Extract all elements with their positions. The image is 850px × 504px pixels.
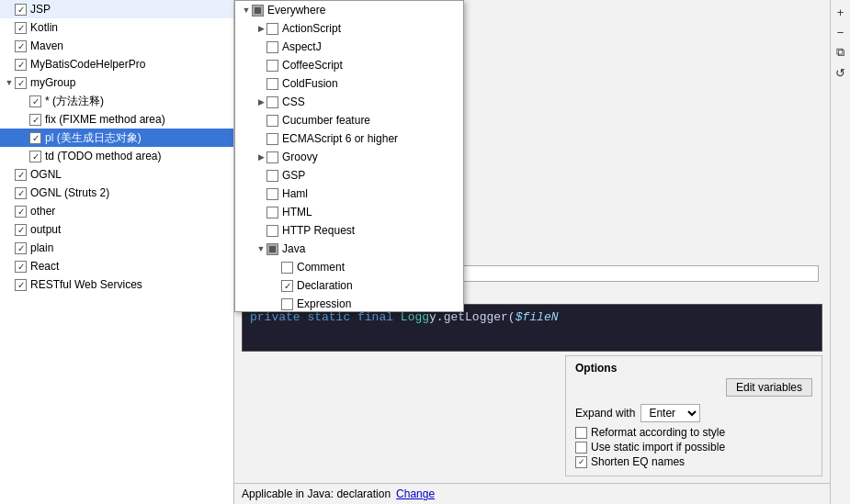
tree-item-mygroup-td[interactable]: td (TODO method area)	[0, 147, 233, 165]
remove-button[interactable]: −	[833, 24, 849, 40]
dd-checkbox-gsp[interactable]	[266, 170, 278, 182]
checkbox-mygroup-fix[interactable]	[29, 114, 41, 126]
checkbox-mygroup-td[interactable]	[29, 151, 41, 162]
tree-item-other[interactable]: other	[0, 202, 233, 220]
template-tree[interactable]: JSPKotlinMavenMyBatisCodeHelperPro▼myGro…	[0, 0, 234, 504]
dd-item-aspectj[interactable]: AspectJ	[235, 38, 463, 56]
arrow-down-icon: ▼	[255, 243, 266, 254]
checkbox-ognl2[interactable]	[15, 187, 27, 199]
dd-item-java[interactable]: ▼Java	[235, 240, 463, 258]
dd-checkbox-java-expression[interactable]	[281, 298, 293, 310]
dd-item-coldfusion[interactable]: ColdFusion	[235, 74, 463, 93]
change-link[interactable]: Change	[396, 487, 435, 500]
tree-item-mygroup-fix[interactable]: fix (FIXME method area)	[0, 110, 233, 129]
option-checkbox-staticimport[interactable]	[575, 442, 587, 454]
checkbox-mygroup-pl[interactable]	[29, 132, 41, 144]
checkbox-kotlin[interactable]	[15, 22, 27, 34]
context-dropdown[interactable]: ▼Everywhere▶ActionScriptAspectJCoffeeScr…	[234, 0, 464, 312]
dd-item-java-comment[interactable]: Comment	[235, 258, 463, 276]
checkbox-output[interactable]	[15, 224, 27, 236]
tree-item-ognl[interactable]: OGNL	[0, 165, 233, 184]
dd-item-java-expression[interactable]: Expression	[235, 295, 463, 312]
arrow-down-icon: ▼	[241, 5, 252, 16]
tree-item-restful[interactable]: RESTful Web Services	[0, 275, 233, 294]
dd-label-ecmascript: ECMAScript 6 or higher	[282, 132, 398, 145]
expand-with-select[interactable]: Enter Tab Space	[640, 404, 700, 422]
tree-label-jsp: JSP	[30, 3, 51, 16]
tree-label-mybatis: MyBatisCodeHelperPro	[30, 58, 145, 71]
dd-item-haml[interactable]: Haml	[235, 185, 463, 203]
dd-item-groovy[interactable]: ▶Groovy	[235, 148, 463, 166]
dd-checkbox-html[interactable]	[266, 207, 278, 218]
checkbox-mygroup[interactable]	[15, 77, 27, 89]
tree-label-restful: RESTful Web Services	[30, 278, 142, 291]
checkbox-mygroup-star[interactable]	[29, 95, 41, 107]
dd-checkbox-ecmascript[interactable]	[266, 133, 278, 145]
dd-checkbox-aspectj[interactable]	[266, 41, 278, 53]
dd-item-everywhere[interactable]: ▼Everywhere	[235, 1, 463, 19]
option-checkbox-shorteneq[interactable]	[575, 456, 587, 468]
dd-item-cucumber[interactable]: Cucumber feature	[235, 111, 463, 129]
tree-label-ognl: OGNL	[30, 168, 62, 181]
dd-label-groovy: Groovy	[282, 151, 318, 163]
checkbox-other[interactable]	[15, 206, 27, 218]
dd-checkbox-cucumber[interactable]	[266, 115, 278, 127]
dd-checkbox-groovy[interactable]	[266, 151, 278, 163]
dd-label-html: HTML	[282, 206, 312, 218]
applicable-row: Applicable in Java: declaration Change	[234, 483, 830, 504]
dd-item-actionscript[interactable]: ▶ActionScript	[235, 19, 463, 38]
tree-item-mygroup[interactable]: ▼myGroup	[0, 73, 233, 92]
dd-checkbox-coffeescript[interactable]	[266, 60, 278, 72]
tree-item-mygroup-pl[interactable]: pl (美生成日志对象)	[0, 129, 233, 147]
option-row-reformat: Reformat according to style	[575, 426, 812, 439]
checkbox-restful[interactable]	[15, 279, 27, 291]
option-checkbox-reformat[interactable]	[575, 427, 587, 439]
tree-label-kotlin: Kotlin	[30, 21, 58, 34]
tree-label-maven: Maven	[30, 39, 63, 52]
dd-label-java-declaration: Declaration	[297, 279, 353, 292]
dd-checkbox-partial-everywhere[interactable]	[252, 5, 264, 17]
dd-checkbox-haml[interactable]	[266, 188, 278, 200]
dd-item-gsp[interactable]: GSP	[235, 166, 463, 185]
tree-item-output[interactable]: output	[0, 220, 233, 239]
dd-item-coffeescript[interactable]: CoffeeScript	[235, 56, 463, 74]
dd-item-html[interactable]: HTML	[235, 203, 463, 221]
code-method-call: y.getLogger(	[429, 310, 516, 324]
tree-item-maven[interactable]: Maven	[0, 37, 233, 55]
applicable-label: Applicable in Java: declaration	[242, 487, 391, 500]
dd-checkbox-java-comment[interactable]	[281, 262, 293, 274]
checkbox-react[interactable]	[15, 261, 27, 273]
dd-checkbox-java-declaration[interactable]	[281, 280, 293, 292]
dd-label-cucumber: Cucumber feature	[282, 114, 370, 127]
dd-checkbox-actionscript[interactable]	[266, 23, 278, 35]
tree-item-ognl2[interactable]: OGNL (Struts 2)	[0, 184, 233, 202]
tree-item-kotlin[interactable]: Kotlin	[0, 18, 233, 37]
tree-label-mygroup-td: td (TODO method area)	[45, 150, 162, 162]
edit-variables-button[interactable]: Edit variables	[726, 378, 812, 397]
tree-item-mygroup-star[interactable]: * (方法注释)	[0, 92, 233, 110]
option-label-reformat: Reformat according to style	[591, 426, 725, 439]
copy-button[interactable]: ⧉	[833, 44, 849, 61]
dd-item-ecmascript[interactable]: ECMAScript 6 or higher	[235, 129, 463, 148]
dd-item-httpreq[interactable]: HTTP Request	[235, 221, 463, 240]
dd-item-java-declaration[interactable]: Declaration	[235, 276, 463, 295]
dd-checkbox-css[interactable]	[266, 96, 278, 108]
tree-item-plain[interactable]: plain	[0, 239, 233, 257]
checkbox-ognl[interactable]	[15, 169, 27, 181]
code-keyword: private static final	[250, 310, 401, 324]
dd-item-css[interactable]: ▶CSS	[235, 93, 463, 111]
dd-checkbox-partial-java[interactable]	[266, 243, 278, 255]
tree-item-mybatis[interactable]: MyBatisCodeHelperPro	[0, 55, 233, 73]
add-button[interactable]: +	[833, 4, 849, 20]
checkbox-mybatis[interactable]	[15, 59, 27, 71]
dd-label-everywhere: Everywhere	[267, 4, 325, 17]
reset-button[interactable]: ↺	[833, 64, 849, 81]
dd-label-aspectj: AspectJ	[282, 40, 322, 53]
checkbox-jsp[interactable]	[15, 4, 27, 16]
dd-checkbox-httpreq[interactable]	[266, 225, 278, 237]
checkbox-maven[interactable]	[15, 40, 27, 52]
dd-checkbox-coldfusion[interactable]	[266, 78, 278, 90]
tree-item-jsp[interactable]: JSP	[0, 0, 233, 18]
checkbox-plain[interactable]	[15, 242, 27, 254]
tree-item-react[interactable]: React	[0, 257, 233, 275]
